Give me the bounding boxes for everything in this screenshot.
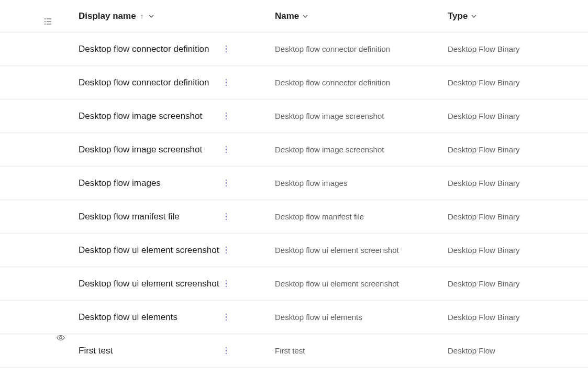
type-cell: Desktop Flow Binary [448, 112, 520, 120]
column-header-name[interactable]: Name [275, 11, 448, 21]
vertical-dots-icon [226, 46, 227, 53]
vertical-dots-icon [226, 247, 227, 254]
type-cell: Desktop Flow Binary [448, 279, 520, 288]
vertical-dots-icon [226, 314, 227, 321]
name-cell: Desktop flow ui element screenshot [275, 246, 399, 255]
table-row[interactable]: Desktop flow image screenshot Desktop fl… [0, 99, 588, 133]
vertical-dots-icon [226, 79, 227, 86]
name-cell: First test [275, 346, 305, 355]
more-actions-button[interactable] [220, 208, 232, 225]
type-cell: Desktop Flow Binary [448, 45, 520, 53]
name-cell: Desktop flow image screenshot [275, 112, 384, 120]
display-name-cell: Desktop flow images [79, 178, 161, 189]
table-row[interactable]: Desktop flow ui elements Desktop flow ui… [0, 301, 588, 334]
more-actions-button[interactable] [220, 242, 232, 259]
table-row[interactable]: Desktop flow ui element screenshot Deskt… [0, 267, 588, 301]
name-cell: Desktop flow image screenshot [275, 145, 384, 154]
display-name-cell: Desktop flow ui element screenshot [79, 279, 219, 289]
table-row[interactable]: Desktop flow manifest file Desktop flow … [0, 200, 588, 234]
more-actions-button[interactable] [220, 141, 232, 158]
display-name-cell: Desktop flow image screenshot [79, 111, 202, 121]
type-cell: Desktop Flow [448, 346, 495, 355]
type-cell: Desktop Flow Binary [448, 145, 520, 154]
name-cell: Desktop flow manifest file [275, 212, 364, 221]
more-actions-button[interactable] [220, 74, 232, 91]
column-header-label: Type [448, 11, 468, 21]
more-actions-button[interactable] [220, 108, 232, 125]
type-cell: Desktop Flow Binary [448, 179, 520, 187]
type-cell: Desktop Flow Binary [448, 246, 520, 255]
type-cell: Desktop Flow Binary [448, 212, 520, 221]
vertical-dots-icon [226, 146, 227, 153]
list-view-icon[interactable] [44, 17, 52, 26]
vertical-dots-icon [226, 213, 227, 220]
more-actions-button[interactable] [220, 41, 232, 58]
more-actions-button[interactable] [220, 342, 232, 359]
more-actions-button[interactable] [220, 309, 232, 326]
table-row[interactable]: Desktop flow image screenshot Desktop fl… [0, 133, 588, 167]
display-name-cell: Desktop flow manifest file [79, 212, 180, 222]
column-header-label: Name [275, 11, 299, 21]
display-name-cell: Desktop flow image screenshot [79, 145, 202, 155]
chevron-down-icon [471, 13, 477, 19]
chevron-down-icon [302, 13, 308, 19]
vertical-dots-icon [226, 180, 227, 187]
vertical-dots-icon [226, 347, 227, 355]
display-name-cell: Desktop flow ui elements [79, 312, 177, 323]
table-row[interactable]: Desktop flow connector definition Deskto… [0, 32, 588, 66]
column-header-label: Display name [79, 11, 136, 21]
table-row[interactable]: First test First test Desktop Flow [0, 334, 588, 368]
type-cell: Desktop Flow Binary [448, 313, 520, 322]
eye-icon [57, 334, 65, 343]
name-cell: Desktop flow images [275, 179, 347, 187]
more-actions-button[interactable] [220, 175, 232, 192]
table-row[interactable]: Desktop flow connector definition Deskto… [0, 66, 588, 99]
more-actions-button[interactable] [220, 275, 232, 292]
data-table: Display name ↑ Name Type Desktop flow co… [0, 0, 588, 368]
name-cell: Desktop flow connector definition [275, 45, 390, 53]
column-header-type[interactable]: Type [448, 11, 588, 21]
vertical-dots-icon [226, 280, 227, 288]
svg-point-6 [60, 337, 62, 339]
table-row[interactable]: Desktop flow images Desktop flow images … [0, 167, 588, 200]
display-name-cell: Desktop flow connector definition [79, 44, 209, 54]
chevron-down-icon [148, 13, 154, 19]
type-cell: Desktop Flow Binary [448, 78, 520, 87]
display-name-cell: Desktop flow ui element screenshot [79, 245, 219, 256]
table-header-row: Display name ↑ Name Type [0, 0, 588, 32]
name-cell: Desktop flow connector definition [275, 78, 390, 87]
table-row[interactable]: Desktop flow ui element screenshot Deskt… [0, 234, 588, 267]
name-cell: Desktop flow ui element screenshot [275, 279, 399, 288]
vertical-dots-icon [226, 113, 227, 120]
display-name-cell: First test [79, 346, 113, 356]
display-name-cell: Desktop flow connector definition [79, 78, 209, 88]
name-cell: Desktop flow ui elements [275, 313, 362, 322]
column-header-display-name[interactable]: Display name ↑ [42, 11, 220, 21]
sort-ascending-icon: ↑ [140, 12, 144, 20]
